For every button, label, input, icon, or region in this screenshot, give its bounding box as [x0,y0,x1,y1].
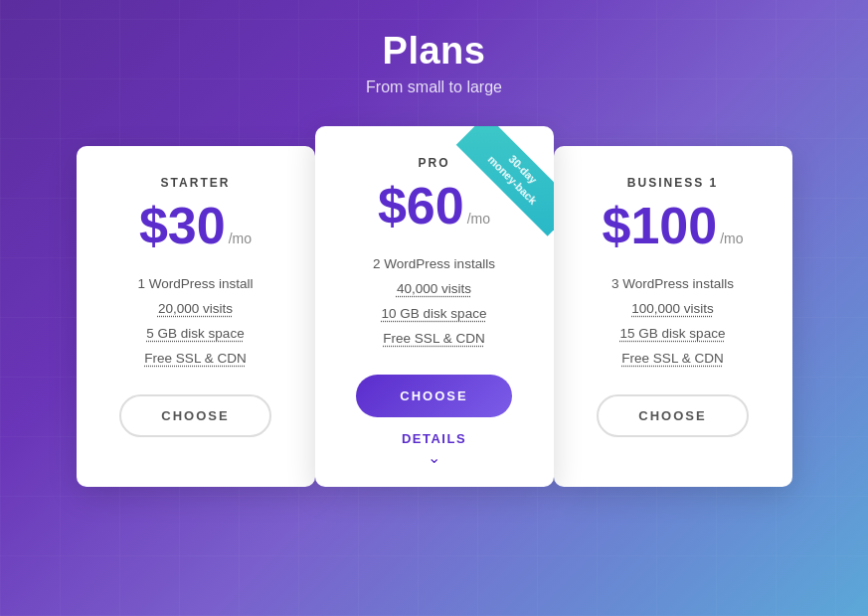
page-subtitle: From small to large [366,78,502,96]
page-header: Plans From small to large [366,30,502,96]
plan-price-business1: $100 /mo [582,200,765,251]
plan-name-starter: STARTER [104,176,287,190]
feature-item: 1 WordPress install [104,271,287,296]
plan-card-pro: 30-daymoney-back PRO $60 /mo 2 WordPress… [315,126,554,487]
plan-features-business1: 3 WordPress installs 100,000 visits 15 G… [582,271,765,371]
page-title: Plans [366,30,502,73]
choose-button-starter[interactable]: CHOOSE [119,394,270,437]
plan-period-business1: /mo [720,231,743,246]
plan-amount-business1: $100 [602,200,717,251]
plan-amount-starter: $30 [139,200,226,251]
feature-item: Free SSL & CDN [104,346,287,371]
feature-item: 40,000 visits [343,276,526,301]
plan-card-starter: STARTER $30 /mo 1 WordPress install 20,0… [77,146,315,487]
plan-period-starter: /mo [229,231,252,246]
details-link[interactable]: DETAILS [343,431,526,446]
plan-name-business1: BUSINESS 1 [582,176,765,190]
choose-button-pro[interactable]: CHOOSE [356,375,511,417]
chevron-down-icon: ⌄ [343,448,526,467]
choose-button-business1[interactable]: CHOOSE [597,394,748,437]
ribbon: 30-daymoney-back [425,126,554,255]
feature-item: Free SSL & CDN [582,346,765,371]
feature-item: 15 GB disk space [582,321,765,346]
ribbon-text: 30-daymoney-back [455,126,553,235]
feature-item: 3 WordPress installs [582,271,765,296]
plan-features-pro: 2 WordPress installs 40,000 visits 10 GB… [343,251,526,351]
feature-item: Free SSL & CDN [343,326,526,351]
plan-card-business1: BUSINESS 1 $100 /mo 3 WordPress installs… [554,146,792,487]
plan-features-starter: 1 WordPress install 20,000 visits 5 GB d… [104,271,287,371]
feature-item: 5 GB disk space [104,321,287,346]
plan-price-starter: $30 /mo [104,200,287,251]
feature-item: 20,000 visits [104,296,287,321]
feature-item: 100,000 visits [582,296,765,321]
feature-item: 10 GB disk space [343,301,526,326]
plans-container: STARTER $30 /mo 1 WordPress install 20,0… [2,126,867,487]
